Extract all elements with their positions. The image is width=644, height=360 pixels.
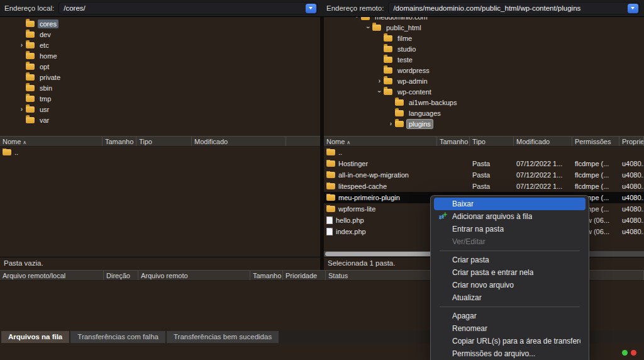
chevron-down-icon	[309, 7, 313, 9]
column-header[interactable]: Tamanho	[437, 137, 470, 146]
tree-chevron-icon[interactable]	[18, 40, 26, 50]
tree-item[interactable]: home	[0, 50, 320, 61]
tree-item[interactable]: wordpress	[324, 65, 644, 76]
folder-icon	[384, 89, 392, 95]
folder-icon	[384, 46, 392, 52]
tree-item[interactable]: tmp	[0, 93, 320, 104]
context-menu-item[interactable]: Criar pasta	[434, 254, 586, 266]
folder-icon	[326, 183, 335, 189]
folder-icon	[326, 206, 335, 212]
column-header[interactable]: Tipo	[136, 137, 192, 146]
queue-tab[interactable]: Arquivos na fila	[1, 331, 69, 343]
context-menu-item[interactable]: Copiar URL(s) para a área de transferênc…	[434, 335, 586, 347]
tree-item[interactable]: teste	[324, 54, 644, 65]
folder-icon	[395, 99, 404, 106]
context-menu-item[interactable]: Criar pasta e entrar nela	[434, 266, 586, 279]
tree-item[interactable]: var	[0, 115, 320, 125]
folder-icon	[384, 57, 392, 63]
file-row[interactable]: litespeed-cache Pasta 07/12/2022 1... fl…	[324, 181, 644, 192]
context-menu-item[interactable]: Atualizar	[434, 291, 586, 304]
local-address-label: Endereço local:	[4, 4, 54, 12]
queue-column-header[interactable]: Arquivo remoto	[138, 271, 250, 280]
column-header[interactable]: Modificado	[192, 137, 286, 146]
tree-item[interactable]: usr	[0, 104, 320, 115]
queue-column-header[interactable]: Tamanho	[250, 271, 283, 280]
column-header[interactable]: Nome	[324, 137, 437, 146]
column-header[interactable]: Nome	[0, 137, 103, 146]
file-row[interactable]: all-in-one-wp-migration Pasta 07/12/2022…	[324, 169, 644, 181]
remote-path-value: /domains/meudominio.com/public_html/wp-c…	[393, 4, 580, 12]
context-menu-item[interactable]: Entrar na pasta	[434, 223, 586, 235]
folder-icon	[326, 149, 335, 155]
context-menu-item[interactable]: Ver/Editar	[434, 235, 586, 248]
context-menu-item[interactable]: Adicionar arquivos à fila	[434, 210, 586, 223]
tree-chevron-icon[interactable]	[387, 118, 395, 129]
column-header[interactable]: Proprietário	[619, 137, 644, 146]
menu-separator	[440, 250, 580, 251]
tree-item[interactable]: ai1wm-backups	[324, 97, 644, 108]
context-menu-item[interactable]: Criar novo arquivo	[434, 279, 586, 291]
column-header[interactable]: Tamanho	[103, 137, 136, 146]
context-menu-item[interactable]: Baixar	[434, 198, 586, 210]
folder-icon	[3, 149, 11, 155]
folder-icon	[326, 160, 335, 167]
remote-address-combo[interactable]: /domains/meudominio.com/public_html/wp-c…	[388, 2, 640, 14]
context-menu-item[interactable]: Renomear	[434, 322, 586, 335]
tree-item[interactable]: filme	[324, 33, 644, 43]
tree-item[interactable]: languages	[324, 108, 644, 118]
queue-tab[interactable]: Transferências bem sucedidas	[167, 331, 279, 343]
queue-column-header[interactable]: Arquivo remoto/local	[0, 271, 104, 280]
folder-icon	[26, 85, 35, 91]
tree-item[interactable]: meudominio.com	[324, 17, 644, 22]
context-menu-item[interactable]: Permissões do arquivo...	[434, 347, 586, 360]
tree-item[interactable]: wp-content	[324, 86, 644, 97]
tree-chevron-icon[interactable]	[353, 17, 361, 22]
tree-item[interactable]: plugins	[324, 118, 644, 129]
folder-icon	[395, 110, 404, 116]
tree-item[interactable]: etc	[0, 40, 320, 50]
folder-icon	[326, 194, 335, 201]
folder-icon	[26, 64, 35, 70]
tree-item[interactable]: wp-admin	[324, 76, 644, 86]
local-dropdown-button[interactable]	[306, 4, 316, 13]
local-path-value: /cores/	[64, 4, 86, 12]
queue-column-header[interactable]: Direção	[104, 271, 138, 280]
tree-item[interactable]: private	[0, 72, 320, 82]
sort-asc-icon	[347, 138, 350, 145]
tree-item[interactable]: sbin	[0, 82, 320, 93]
tree-chevron-icon[interactable]	[18, 104, 26, 115]
status-indicator-success-icon	[622, 350, 628, 356]
column-header[interactable]: Modificado	[514, 137, 572, 146]
context-menu: Baixar Adicionar arquivos à fila Entrar …	[430, 195, 589, 360]
local-list-header: Nome Tamanho Tipo Modificado	[0, 136, 320, 147]
folder-icon	[26, 106, 35, 113]
chevron-down-icon	[631, 7, 635, 9]
remote-address-label: Endereço remoto:	[326, 4, 384, 12]
column-header[interactable]: Permissões	[572, 137, 619, 146]
queue-column-header[interactable]: Prioridade	[283, 271, 326, 280]
tree-item[interactable]: studio	[324, 43, 644, 54]
context-menu-item[interactable]: Apagar	[434, 310, 586, 322]
remote-dropdown-button[interactable]	[628, 4, 638, 13]
tree-chevron-icon[interactable]	[375, 76, 384, 86]
local-address-combo[interactable]: /cores/	[58, 2, 318, 14]
tree-chevron-icon[interactable]	[364, 22, 372, 33]
folder-icon	[384, 67, 392, 74]
menu-separator	[440, 307, 580, 307]
file-row[interactable]: ..	[324, 147, 644, 158]
file-row[interactable]: Hostinger Pasta 07/12/2022 1... flcdmpe …	[324, 158, 644, 169]
sort-asc-icon	[23, 138, 26, 145]
folder-icon	[26, 96, 35, 102]
file-row[interactable]: ..	[0, 147, 320, 158]
tree-item[interactable]: cores	[0, 18, 320, 29]
status-indicator-error-icon	[631, 350, 636, 356]
tree-item[interactable]: opt	[0, 61, 320, 72]
tree-item[interactable]: dev	[0, 29, 320, 40]
column-header[interactable]: Tipo	[470, 137, 514, 146]
tree-item[interactable]: public_html	[324, 22, 644, 33]
queue-tab[interactable]: Transferências com falha	[70, 331, 165, 343]
remote-address-group: Endereço remoto: /domains/meudominio.com…	[322, 0, 644, 16]
file-icon	[326, 217, 333, 224]
tree-chevron-icon[interactable]	[375, 86, 384, 97]
folder-icon	[26, 31, 35, 38]
